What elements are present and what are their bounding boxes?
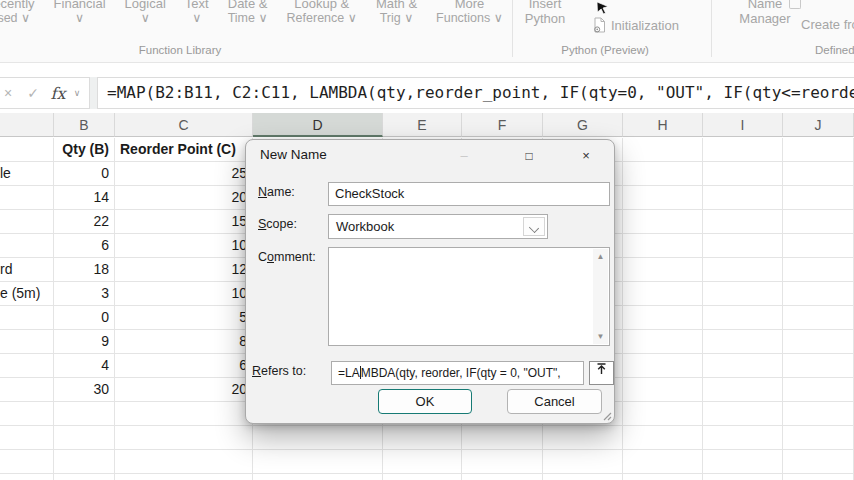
cell[interactable] xyxy=(703,138,783,162)
column-header-F[interactable]: F xyxy=(462,113,543,137)
cell[interactable] xyxy=(703,210,783,234)
cell[interactable] xyxy=(383,474,462,480)
cell[interactable] xyxy=(783,330,854,354)
maximize-button[interactable]: □ xyxy=(511,143,547,169)
cell[interactable] xyxy=(783,186,854,210)
cell[interactable] xyxy=(783,162,854,186)
cell[interactable] xyxy=(543,426,623,450)
cell[interactable] xyxy=(703,330,783,354)
cell[interactable] xyxy=(383,426,462,450)
cell[interactable] xyxy=(0,210,54,234)
cell[interactable] xyxy=(623,258,703,282)
cell[interactable] xyxy=(0,354,54,378)
cell[interactable] xyxy=(115,402,253,426)
cell[interactable]: 18 xyxy=(54,258,115,282)
cell[interactable] xyxy=(703,426,783,450)
cell[interactable] xyxy=(0,138,54,162)
cell[interactable]: 8 xyxy=(115,330,253,354)
cell[interactable] xyxy=(783,450,854,474)
cell[interactable]: Qty (B) xyxy=(54,138,115,162)
cell[interactable]: 20 xyxy=(115,186,253,210)
cell[interactable]: 9 xyxy=(54,330,115,354)
column-header-C[interactable]: C xyxy=(115,113,253,137)
scroll-up-icon[interactable]: ▲ xyxy=(593,249,608,264)
resize-grip[interactable] xyxy=(601,410,612,421)
formula-input[interactable]: =MAP(B2:B11, C2:C11, LAMBDA(qty,reorder_… xyxy=(97,77,854,109)
insert-function-icon[interactable]: fx xyxy=(46,84,70,103)
cell[interactable] xyxy=(462,426,543,450)
cell[interactable]: 12 xyxy=(115,258,253,282)
cell[interactable] xyxy=(623,378,703,402)
cell[interactable] xyxy=(703,402,783,426)
ribbon-item-financial[interactable]: Financial∨ xyxy=(54,0,106,26)
cell[interactable] xyxy=(623,234,703,258)
ribbon-item-math-trig[interactable]: Math &Trig ∨ xyxy=(376,0,417,26)
cell[interactable]: 22 xyxy=(54,210,115,234)
cell[interactable] xyxy=(54,402,115,426)
ok-button[interactable]: OK xyxy=(378,389,472,414)
cell[interactable]: 15 xyxy=(115,210,253,234)
cell[interactable]: 5 xyxy=(115,306,253,330)
cell[interactable] xyxy=(115,426,253,450)
close-icon[interactable]: × xyxy=(568,143,604,169)
ribbon-item-text[interactable]: Text∨ xyxy=(185,0,209,26)
cell[interactable] xyxy=(0,402,54,426)
cell[interactable] xyxy=(623,354,703,378)
ribbon-item-logical[interactable]: Logical∨ xyxy=(125,0,166,26)
cell[interactable]: rd xyxy=(0,258,54,282)
cell[interactable] xyxy=(462,474,543,480)
cell[interactable] xyxy=(703,162,783,186)
cell[interactable] xyxy=(623,474,703,480)
cell[interactable] xyxy=(0,306,54,330)
refers-to-field[interactable]: =LAMBDA(qty, reorder, IF(qty = 0, "OUT", xyxy=(331,361,584,385)
column-header-J[interactable]: J xyxy=(783,113,854,137)
minimize-button[interactable]: – xyxy=(446,143,482,169)
cell[interactable] xyxy=(703,186,783,210)
cell[interactable] xyxy=(703,378,783,402)
initialization-button[interactable]: Initialization xyxy=(592,17,679,34)
cell[interactable] xyxy=(623,426,703,450)
cell[interactable] xyxy=(0,378,54,402)
cell[interactable] xyxy=(783,426,854,450)
cell[interactable] xyxy=(623,186,703,210)
cell[interactable] xyxy=(783,354,854,378)
cell[interactable] xyxy=(623,330,703,354)
cell[interactable] xyxy=(115,474,253,480)
scope-dropdown[interactable]: Workbook xyxy=(328,214,548,239)
cell[interactable] xyxy=(703,234,783,258)
cell[interactable] xyxy=(0,186,54,210)
cell[interactable] xyxy=(783,282,854,306)
insert-python-button[interactable]: Insert Python xyxy=(516,0,574,26)
cell[interactable] xyxy=(0,426,54,450)
define-name-icon[interactable] xyxy=(789,0,801,9)
cell[interactable] xyxy=(0,330,54,354)
cell[interactable] xyxy=(623,162,703,186)
column-header-B[interactable]: B xyxy=(54,113,115,137)
cell[interactable]: 3 xyxy=(54,282,115,306)
cell[interactable] xyxy=(783,474,854,480)
scroll-down-icon[interactable]: ▼ xyxy=(593,329,608,344)
cell[interactable]: Reorder Point (C) xyxy=(115,138,253,162)
column-header-I[interactable]: I xyxy=(703,113,783,137)
comment-field[interactable]: ▲ ▼ xyxy=(328,247,610,346)
cell[interactable] xyxy=(703,258,783,282)
ribbon-item-recently-used[interactable]: RecentlyUsed ∨ xyxy=(0,0,35,26)
cell[interactable]: 20 xyxy=(115,378,253,402)
cell[interactable] xyxy=(783,258,854,282)
cell[interactable] xyxy=(703,282,783,306)
cell[interactable]: 30 xyxy=(54,378,115,402)
cell[interactable] xyxy=(623,282,703,306)
cell[interactable] xyxy=(783,210,854,234)
ribbon-item-more-functions[interactable]: MoreFunctions ∨ xyxy=(436,0,503,26)
column-header-E[interactable]: E xyxy=(383,113,462,137)
cell[interactable] xyxy=(623,402,703,426)
cell[interactable]: 0 xyxy=(54,162,115,186)
cell[interactable] xyxy=(253,450,383,474)
cancel-entry-icon[interactable]: × xyxy=(0,85,20,101)
cell[interactable] xyxy=(54,426,115,450)
cell[interactable]: 10 xyxy=(115,282,253,306)
enter-entry-icon[interactable]: ✓ xyxy=(20,85,46,101)
cell[interactable] xyxy=(783,378,854,402)
cell[interactable]: 25 xyxy=(115,162,253,186)
cell[interactable] xyxy=(783,138,854,162)
